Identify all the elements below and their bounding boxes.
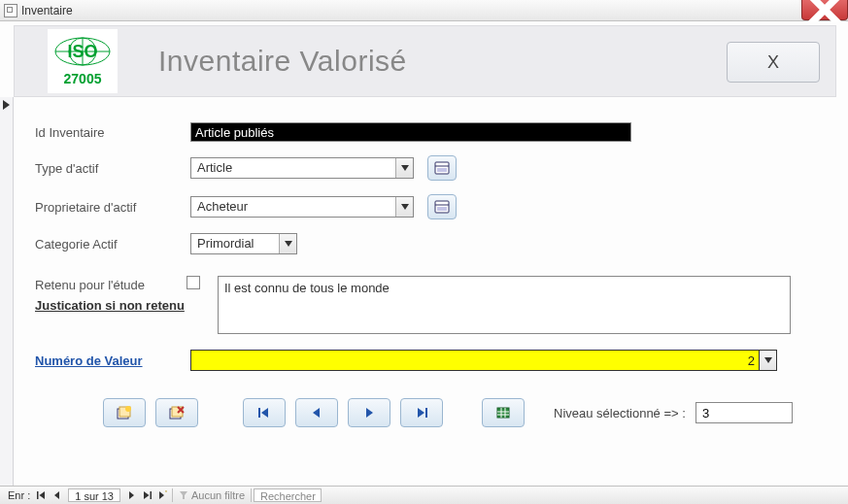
next-record-button[interactable] bbox=[348, 398, 390, 427]
close-form-button[interactable]: X bbox=[727, 42, 820, 83]
id-input[interactable] bbox=[190, 122, 631, 142]
filter-text: Aucun filtre bbox=[191, 489, 245, 501]
prop-label: Proprietaire d'actif bbox=[35, 200, 190, 215]
record-position[interactable]: 1 sur 13 bbox=[68, 488, 120, 502]
nav-next-icon[interactable] bbox=[123, 490, 139, 500]
numero-valeur-link[interactable]: Numéro de Valeur bbox=[35, 353, 190, 368]
retenu-label: Retenu pour l'étude bbox=[35, 278, 145, 292]
iso-code: 27005 bbox=[64, 71, 102, 86]
chevron-down-icon[interactable] bbox=[395, 197, 413, 217]
first-record-button[interactable] bbox=[243, 398, 286, 427]
record-nav-bar: Enr : 1 sur 13 * Aucun filtre Rechercher bbox=[0, 486, 848, 504]
prop-value: Acheteur bbox=[191, 197, 395, 217]
form-content: Id Inventaire Type d'actif Article Propr… bbox=[14, 97, 836, 486]
nav-new-icon[interactable]: * bbox=[154, 490, 170, 500]
numero-valeur-value: 2 bbox=[748, 353, 755, 368]
type-value: Article bbox=[191, 158, 395, 178]
prev-record-button[interactable] bbox=[295, 398, 338, 427]
close-form-label: X bbox=[767, 52, 779, 73]
svg-rect-18 bbox=[258, 408, 260, 418]
svg-point-15 bbox=[125, 406, 131, 412]
cat-label: Categorie Actif bbox=[35, 237, 190, 252]
type-label: Type d'actif bbox=[35, 161, 190, 176]
record-prefix: Enr : bbox=[4, 487, 34, 504]
svg-rect-25 bbox=[37, 491, 39, 499]
numero-valeur-field[interactable]: 2 bbox=[190, 350, 760, 371]
page-title: Inventaire Valorisé bbox=[158, 45, 407, 78]
justif-textarea[interactable] bbox=[218, 276, 791, 334]
window-close-button[interactable] bbox=[801, 0, 848, 20]
window-title: Inventaire bbox=[21, 4, 73, 17]
prop-lookup-button[interactable] bbox=[427, 194, 457, 219]
svg-rect-20 bbox=[497, 408, 509, 418]
nav-first-icon[interactable] bbox=[34, 490, 50, 500]
niveau-input[interactable] bbox=[695, 402, 793, 423]
niveau-label: Niveau sélectionné => : bbox=[554, 406, 686, 420]
svg-rect-5 bbox=[435, 162, 449, 174]
cat-combobox[interactable]: Primordial bbox=[190, 233, 297, 254]
filter-status[interactable]: Aucun filtre bbox=[175, 487, 249, 504]
nav-last-icon[interactable] bbox=[139, 490, 154, 500]
nav-prev-icon[interactable] bbox=[50, 490, 65, 500]
datasheet-button[interactable] bbox=[482, 398, 525, 427]
form-nav-row: Niveau sélectionné => : bbox=[35, 398, 829, 427]
last-record-button[interactable] bbox=[400, 398, 443, 427]
prop-combobox[interactable]: Acheteur bbox=[190, 196, 414, 218]
svg-text:*: * bbox=[165, 490, 167, 495]
delete-record-button[interactable] bbox=[155, 398, 198, 427]
type-combobox[interactable]: Article bbox=[190, 157, 414, 179]
svg-rect-9 bbox=[435, 201, 449, 213]
window-titlebar: Inventaire bbox=[0, 0, 848, 21]
chevron-down-icon[interactable] bbox=[279, 234, 296, 253]
header-band: ISO 27005 Inventaire Valorisé X bbox=[14, 25, 836, 97]
id-label: Id Inventaire bbox=[35, 125, 190, 140]
type-lookup-button[interactable] bbox=[427, 155, 457, 181]
form-icon bbox=[4, 4, 17, 17]
new-record-button[interactable] bbox=[103, 398, 146, 427]
svg-text:ISO: ISO bbox=[67, 42, 97, 61]
svg-rect-26 bbox=[150, 491, 152, 499]
current-record-marker-icon bbox=[2, 99, 12, 111]
chevron-down-icon[interactable] bbox=[760, 350, 777, 371]
retenu-label-block: Retenu pour l'étude Justication si non r… bbox=[35, 276, 190, 313]
form-body: ISO 27005 Inventaire Valorisé X Id Inven… bbox=[0, 21, 848, 486]
search-box[interactable]: Rechercher bbox=[254, 488, 322, 502]
justif-label: Justication si non retenu bbox=[35, 298, 190, 313]
svg-rect-19 bbox=[425, 408, 427, 418]
cat-value: Primordial bbox=[191, 234, 279, 253]
record-selector-gutter[interactable] bbox=[0, 97, 14, 486]
iso-logo: ISO 27005 bbox=[48, 29, 118, 93]
retenu-checkbox[interactable] bbox=[187, 276, 200, 289]
chevron-down-icon[interactable] bbox=[395, 158, 413, 178]
